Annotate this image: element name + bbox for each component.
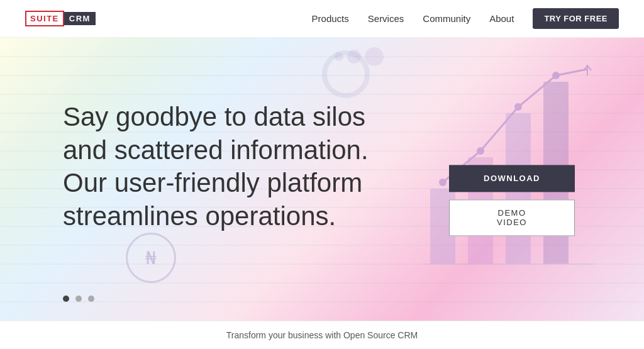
nav-services[interactable]: Services <box>368 13 404 24</box>
svg-point-20 <box>514 103 522 111</box>
hero-content: Say goodbye to data silos and scattered … <box>0 101 390 258</box>
footer-tagline-text: Transform your business with Open Source… <box>226 330 418 340</box>
dot-3[interactable] <box>88 296 94 302</box>
svg-point-18 <box>439 179 447 186</box>
deco-circle-large <box>365 47 384 66</box>
deco-circle-small <box>335 52 343 61</box>
footer-tagline-bar: Transform your business with Open Source… <box>0 321 644 349</box>
logo-crm-text: CRM <box>64 12 96 25</box>
logo: SUITECRM <box>25 11 96 26</box>
nav-products[interactable]: Products <box>312 13 349 24</box>
hero-buttons: DOWNLOAD DEMO VIDEO <box>449 165 575 236</box>
nav-about[interactable]: About <box>489 13 514 24</box>
logo-suite-text: SUITE <box>25 11 64 26</box>
hero-deco-circles <box>335 47 384 66</box>
nav-community[interactable]: Community <box>423 13 470 24</box>
dot-2[interactable] <box>75 296 82 302</box>
hero-pagination-dots <box>63 296 94 302</box>
hero-headline: Say goodbye to data silos and scattered … <box>63 101 390 233</box>
try-for-free-button[interactable]: TRY FOR FREE <box>533 8 619 29</box>
svg-point-19 <box>477 147 484 155</box>
demo-video-button[interactable]: DEMO VIDEO <box>449 199 575 236</box>
download-button[interactable]: DOWNLOAD <box>449 165 575 192</box>
svg-point-21 <box>552 72 560 79</box>
hero-section: ₦ Say goodbye to data silos and scattere… <box>0 38 644 321</box>
dot-1[interactable] <box>63 296 69 302</box>
main-nav: Products Services Community About TRY FO… <box>312 8 619 29</box>
header: SUITECRM Products Services Community Abo… <box>0 0 644 38</box>
deco-circle-medium <box>347 50 361 64</box>
